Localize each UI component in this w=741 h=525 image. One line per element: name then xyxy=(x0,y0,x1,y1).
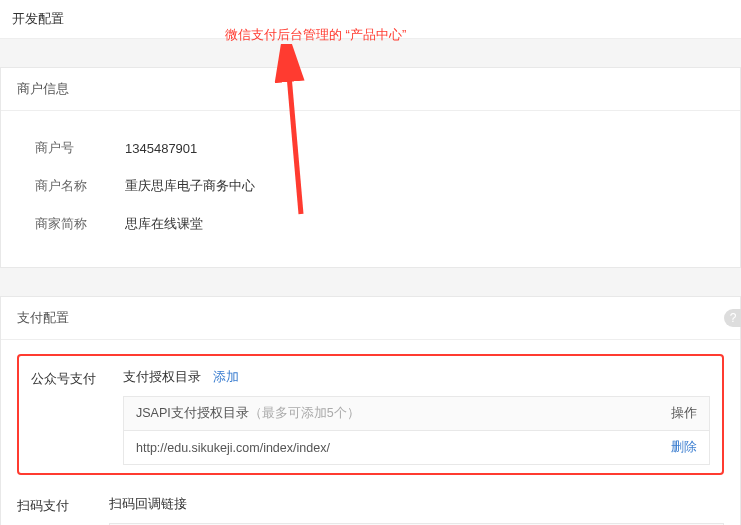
gzh-section-label: 公众号支付 xyxy=(31,366,123,388)
merchant-short-label: 商家简称 xyxy=(35,215,125,233)
gzh-head-note: （最多可添加5个） xyxy=(249,406,360,420)
scan-section-label: 扫码支付 xyxy=(17,493,109,515)
merchant-name-value: 重庆思库电子商务中心 xyxy=(125,177,255,195)
gzh-section: 公众号支付 支付授权目录 添加 JSAPI支付授权目录（最多可添加5个） 操作 xyxy=(31,366,710,465)
gzh-auth-table: JSAPI支付授权目录（最多可添加5个） 操作 http://edu.sikuk… xyxy=(123,396,710,465)
pay-config-header: 支付配置 ? xyxy=(1,297,740,340)
gzh-head-main-text: JSAPI支付授权目录 xyxy=(136,406,249,420)
delete-auth-dir-link[interactable]: 删除 xyxy=(671,440,697,454)
pay-config-body: 公众号支付 支付授权目录 添加 JSAPI支付授权目录（最多可添加5个） 操作 xyxy=(1,340,740,525)
merchant-info-header-text: 商户信息 xyxy=(17,81,69,96)
gzh-auth-title: 支付授权目录 xyxy=(123,368,201,386)
merchant-id-label: 商户号 xyxy=(35,139,125,157)
gzh-section-content: 支付授权目录 添加 JSAPI支付授权目录（最多可添加5个） 操作 http:/… xyxy=(123,366,710,465)
gzh-highlight-box: 公众号支付 支付授权目录 添加 JSAPI支付授权目录（最多可添加5个） 操作 xyxy=(17,354,724,475)
help-icon[interactable]: ? xyxy=(724,309,741,327)
scan-section: 扫码支付 扫码回调链接 扫码回调链接 操作 http://marswill.az… xyxy=(17,493,724,525)
gzh-head-action: 操作 xyxy=(649,405,697,422)
annotation-text: 微信支付后台管理的 “产品中心” xyxy=(225,26,406,44)
table-row: http://edu.sikukeji.com/index/index/ 删除 xyxy=(124,431,709,465)
gzh-table-head: JSAPI支付授权目录（最多可添加5个） 操作 xyxy=(124,397,709,431)
pay-config-card: 支付配置 ? 公众号支付 支付授权目录 添加 JSAPI支付授权目录（最多可添加… xyxy=(0,296,741,525)
page-title-text: 开发配置 xyxy=(12,11,64,26)
merchant-id-row: 商户号 1345487901 xyxy=(17,129,724,167)
merchant-name-label: 商户名称 xyxy=(35,177,125,195)
merchant-info-card: 商户信息 商户号 1345487901 商户名称 重庆思库电子商务中心 商家简称… xyxy=(0,67,741,268)
gzh-auth-title-line: 支付授权目录 添加 xyxy=(123,366,710,396)
scan-callback-title-line: 扫码回调链接 xyxy=(109,493,724,523)
scan-callback-title: 扫码回调链接 xyxy=(109,495,187,513)
add-auth-dir-link[interactable]: 添加 xyxy=(213,368,239,386)
merchant-id-value: 1345487901 xyxy=(125,141,197,156)
scan-section-content: 扫码回调链接 扫码回调链接 操作 http://marswill.azxs.ne… xyxy=(109,493,724,525)
merchant-short-row: 商家简称 思库在线课堂 xyxy=(17,205,724,243)
gzh-head-main: JSAPI支付授权目录（最多可添加5个） xyxy=(136,405,649,422)
pay-config-header-text: 支付配置 xyxy=(17,310,69,325)
merchant-short-value: 思库在线课堂 xyxy=(125,215,203,233)
gzh-row-value: http://edu.sikukeji.com/index/index/ xyxy=(136,441,649,455)
merchant-name-row: 商户名称 重庆思库电子商务中心 xyxy=(17,167,724,205)
merchant-info-header: 商户信息 xyxy=(1,68,740,111)
merchant-info-body: 商户号 1345487901 商户名称 重庆思库电子商务中心 商家简称 思库在线… xyxy=(1,111,740,267)
